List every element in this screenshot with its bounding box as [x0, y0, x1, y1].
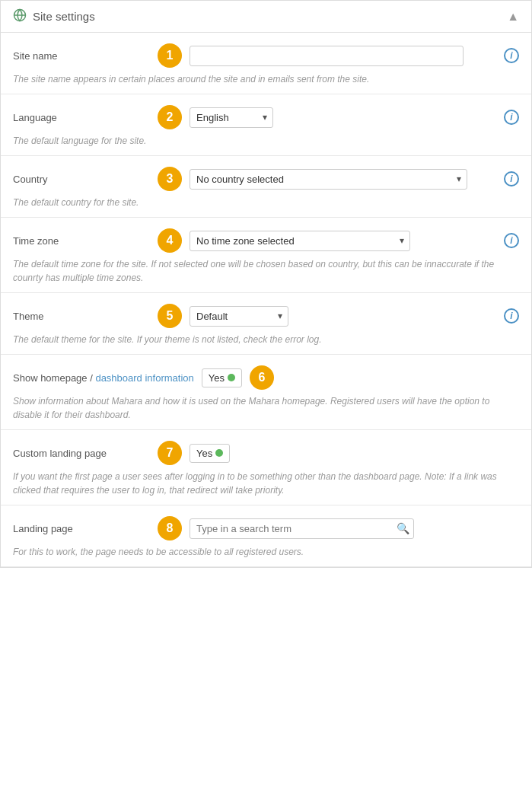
toggle-dot-active — [228, 374, 235, 381]
theme-select-wrapper: Default — [190, 306, 288, 327]
globe-icon — [13, 8, 27, 24]
theme-main: Theme 5 Default i — [13, 304, 519, 328]
language-select-wrapper: English French Spanish German — [190, 107, 273, 128]
theme-select[interactable]: Default — [190, 306, 288, 327]
language-main: Language 2 English French Spanish German… — [13, 105, 519, 129]
custom-landing-description: If you want the first page a user sees a… — [13, 470, 519, 497]
toggle-yes-text-2: Yes — [196, 448, 212, 459]
collapse-icon[interactable]: ▲ — [507, 10, 519, 24]
landing-page-description: For this to work, the page needs to be a… — [13, 545, 519, 559]
search-icon-button[interactable]: 🔍 — [397, 522, 409, 534]
step-badge-3: 3 — [158, 167, 182, 191]
language-label: Language — [13, 112, 150, 123]
step-badge-2: 2 — [158, 105, 182, 129]
toggle-dot-active-2 — [215, 449, 223, 457]
timezone-info-icon[interactable]: i — [504, 233, 519, 248]
step-badge-5: 5 — [158, 304, 182, 328]
custom-landing-main: Custom landing page 7 Yes — [13, 441, 519, 465]
site-name-input[interactable] — [190, 46, 464, 66]
landing-page-search-input[interactable] — [190, 518, 414, 539]
show-homepage-main: Show homepage / dashboard information Ye… — [13, 365, 519, 390]
theme-row: Theme 5 Default i The default theme for … — [1, 293, 531, 355]
show-homepage-description: Show information about Mahara and how it… — [13, 394, 519, 422]
timezone-select-wrapper: No time zone selected — [190, 231, 410, 251]
country-label: Country — [13, 174, 150, 185]
timezone-label: Time zone — [13, 235, 150, 247]
language-select[interactable]: English French Spanish German — [190, 107, 273, 128]
theme-description: The default theme for the site. If your … — [13, 333, 519, 346]
toggle-yes-text: Yes — [209, 372, 225, 384]
theme-info-icon[interactable]: i — [504, 308, 519, 324]
landing-page-main: Landing page 8 🔍 — [13, 516, 519, 540]
landing-page-search-wrapper: 🔍 — [190, 518, 414, 539]
country-row: Country 3 No country selected i The defa… — [1, 156, 531, 218]
show-homepage-row: Show homepage / dashboard information Ye… — [1, 355, 531, 430]
step-badge-7: 7 — [158, 441, 182, 465]
timezone-select[interactable]: No time zone selected — [190, 231, 410, 251]
timezone-main: Time zone 4 No time zone selected i — [13, 228, 519, 253]
show-homepage-label: Show homepage / dashboard information — [13, 372, 194, 384]
site-name-label: Site name — [13, 50, 150, 62]
site-name-info-icon[interactable]: i — [504, 48, 519, 63]
custom-landing-row: Custom landing page 7 Yes If you want th… — [1, 430, 531, 505]
country-select-wrapper: No country selected — [190, 169, 467, 190]
page-container: Site settings ▲ Site name 1 i The site n… — [0, 0, 532, 568]
step-badge-6: 6 — [250, 365, 274, 390]
dashboard-link[interactable]: dashboard information — [95, 372, 193, 384]
custom-landing-toggle[interactable]: Yes — [190, 444, 230, 463]
step-badge-1: 1 — [158, 43, 182, 68]
language-description: The default language for the site. — [13, 134, 519, 148]
theme-label: Theme — [13, 311, 150, 322]
step-badge-8: 8 — [158, 516, 182, 540]
custom-landing-label: Custom landing page — [13, 448, 150, 459]
country-select[interactable]: No country selected — [190, 169, 467, 190]
timezone-row: Time zone 4 No time zone selected i The … — [1, 218, 531, 293]
country-info-icon[interactable]: i — [504, 171, 519, 187]
site-name-main: Site name 1 i — [13, 43, 519, 68]
site-name-description: The site name appears in certain places … — [13, 72, 519, 86]
section-header: Site settings ▲ — [1, 1, 531, 33]
timezone-description: The default time zone for the site. If n… — [13, 257, 519, 285]
section-title: Site settings — [33, 10, 95, 23]
show-homepage-toggle[interactable]: Yes — [202, 368, 242, 387]
language-info-icon[interactable]: i — [504, 110, 519, 125]
step-badge-4: 4 — [158, 228, 182, 253]
landing-page-label: Landing page — [13, 523, 150, 534]
search-icon: 🔍 — [397, 522, 409, 534]
landing-page-row: Landing page 8 🔍 For this to work, the p… — [1, 505, 531, 567]
country-description: The default country for the site. — [13, 196, 519, 209]
language-row: Language 2 English French Spanish German… — [1, 94, 531, 156]
country-main: Country 3 No country selected i — [13, 167, 519, 191]
site-name-row: Site name 1 i The site name appears in c… — [1, 33, 531, 94]
section-header-left: Site settings — [13, 8, 95, 24]
